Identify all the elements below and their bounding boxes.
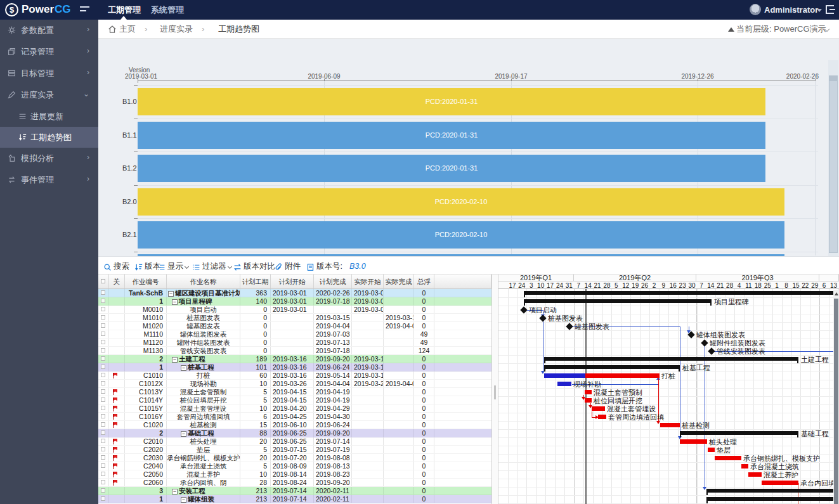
task-bar[interactable] — [715, 456, 741, 460]
table-row[interactable]: M0010项目启动02019-03-012019-03-00 — [98, 306, 491, 314]
logout-icon[interactable] — [826, 5, 834, 14]
collapse-icon[interactable]: − — [181, 365, 186, 371]
table-row[interactable]: M1130管线安装图发表02019-07-18124 — [98, 347, 491, 355]
row-checkbox[interactable] — [101, 447, 105, 451]
chart-scrollbar-handle[interactable] — [829, 75, 838, 81]
table-row[interactable]: M1120罐附件组装图发表02019-07-1349 — [98, 339, 491, 347]
row-checkbox[interactable] — [101, 290, 105, 295]
row-checkbox[interactable] — [101, 389, 105, 394]
task-bar[interactable] — [585, 390, 592, 394]
column-header-实际开始[interactable]: 实际开始 — [352, 275, 384, 288]
row-checkbox[interactable] — [101, 488, 105, 493]
table-row[interactable]: M1020罐基图发表02019-04-042019-04-00 — [98, 322, 491, 330]
summary-bar[interactable] — [544, 365, 680, 369]
table-row[interactable]: C2060承台内回填、阴282019-08-242019-09-200 — [98, 479, 491, 487]
table-row[interactable]: Tank-SchB−罐区建设项目基准计划-3632019-03-012020-0… — [98, 289, 491, 297]
row-checkbox[interactable] — [101, 365, 105, 369]
milestone-diamond[interactable] — [701, 339, 708, 346]
column-header-计划完成[interactable]: 计划完成 — [314, 275, 352, 288]
column-header-实际完成[interactable]: 实际完成 — [384, 275, 414, 288]
sidebar-item-参数配置[interactable]: 参数配置› — [0, 20, 98, 41]
collapse-icon[interactable]: − — [168, 291, 174, 297]
collapse-icon[interactable]: − — [181, 431, 186, 437]
summary-bar[interactable] — [706, 489, 839, 493]
task-bar[interactable] — [741, 464, 748, 468]
breadcrumb-item[interactable]: 工期趋势图 — [218, 20, 259, 39]
task-bar[interactable] — [680, 439, 707, 444]
table-row[interactable]: C2050混凝土养护102019-08-142019-08-230 — [98, 470, 491, 479]
column-header-作业编号[interactable]: 作业编号 — [125, 275, 167, 288]
sidebar-item-进度实录[interactable]: 进度实录⌄ — [0, 84, 98, 105]
gantt-scrollbar-up-icon[interactable] — [835, 292, 838, 295]
task-bar[interactable] — [598, 415, 606, 419]
row-checkbox[interactable] — [101, 496, 105, 501]
sidebar-item-模拟分析[interactable]: 模拟分析› — [0, 148, 98, 169]
sidebar-item-工期趋势图[interactable]: 工期趋势图 — [0, 127, 98, 148]
summary-bar[interactable] — [524, 299, 712, 303]
sidebar-toggle-icon[interactable] — [80, 6, 89, 13]
table-row[interactable]: M1110罐体组装图发表02019-07-0349 — [98, 330, 491, 339]
row-checkbox[interactable] — [101, 381, 105, 385]
row-checkbox[interactable] — [101, 422, 105, 427]
table-row[interactable]: C2010桩头处理202019-06-252019-07-140 — [98, 437, 491, 446]
row-checkbox[interactable] — [101, 430, 105, 435]
breadcrumb-item[interactable]: 主页 — [119, 20, 136, 39]
task-bar[interactable] — [585, 373, 660, 378]
summary-bar[interactable] — [544, 357, 798, 361]
table-row[interactable]: C1012X现场补勘102019-03-262019-04-042019-03-… — [98, 380, 491, 388]
row-checkbox[interactable] — [101, 373, 105, 377]
task-bar[interactable] — [557, 382, 571, 386]
select-all-checkbox[interactable] — [101, 279, 105, 283]
row-checkbox[interactable] — [101, 406, 105, 410]
column-header-关[interactable]: 关 — [109, 275, 125, 288]
sidebar-item-记录管理[interactable]: 记录管理› — [0, 41, 98, 62]
row-checkbox[interactable] — [101, 397, 105, 402]
sidebar-item-事件管理[interactable]: 事件管理› — [0, 169, 98, 190]
version-bar[interactable]: PCD:2020-02-10 — [138, 221, 784, 249]
sidebar-item-进展更新[interactable]: 进展更新 — [0, 106, 98, 127]
row-checkbox[interactable] — [101, 455, 105, 460]
summary-bar[interactable] — [680, 431, 798, 435]
column-header-总浮[interactable]: 总浮 — [414, 275, 434, 288]
breadcrumb-item[interactable]: 进度实录 — [160, 20, 193, 39]
sidebar-item-目标管理[interactable]: 目标管理› — [0, 63, 98, 84]
row-checkbox[interactable] — [101, 480, 105, 484]
column-header-extra[interactable] — [434, 275, 491, 288]
table-row[interactable]: C2030承台钢筋绑扎、模板支护202019-07-202019-08-080 — [98, 454, 491, 462]
user-name[interactable]: Administrator — [764, 0, 818, 20]
task-bar[interactable] — [592, 406, 605, 411]
task-bar[interactable] — [544, 373, 585, 378]
version-bar[interactable]: PCD:2020-01-31 — [138, 122, 765, 149]
summary-bar[interactable] — [706, 497, 839, 501]
row-checkbox[interactable] — [101, 307, 105, 311]
table-gantt-splitter[interactable] — [491, 275, 498, 504]
nav-menu-system[interactable]: 系统管理 — [151, 0, 184, 20]
row-checkbox[interactable] — [101, 340, 105, 344]
table-row[interactable]: 2−基础工程882019-06-252019-09-200 — [98, 429, 491, 437]
row-checkbox[interactable] — [101, 348, 105, 352]
task-bar[interactable] — [660, 423, 680, 427]
row-checkbox[interactable] — [101, 414, 105, 418]
collapse-icon[interactable]: − — [172, 357, 178, 363]
table-row[interactable]: C1015Y混凝土套管埋设102019-04-202019-04-290 — [98, 404, 491, 413]
task-bar[interactable] — [708, 448, 715, 452]
task-bar[interactable] — [748, 472, 762, 477]
level-selector[interactable]: 当前层级: PowerCG演示 — [728, 20, 839, 39]
collapse-icon[interactable]: − — [172, 299, 178, 305]
version-bar[interactable]: PCD:2020-01-31 — [138, 88, 765, 115]
version-bar[interactable]: PCD:2020-02-10 — [138, 188, 784, 216]
version-bar[interactable]: PCD:2020-01-31 — [138, 155, 765, 182]
version-bar[interactable] — [138, 254, 784, 256]
table-row[interactable]: C1020桩基检测152019-06-102019-06-240 — [98, 421, 491, 429]
table-row[interactable]: 2−土建工程1892019-03-162019-09-202019-03-10 — [98, 355, 491, 363]
chart-scrollbar-thumb[interactable] — [829, 75, 838, 253]
row-checkbox[interactable] — [101, 472, 105, 476]
row-checkbox[interactable] — [101, 315, 105, 320]
table-row[interactable]: C1010打桩602019-03-162019-05-142019-03-10 — [98, 372, 491, 380]
row-checkbox[interactable] — [101, 439, 105, 443]
row-checkbox[interactable] — [101, 463, 105, 468]
row-checkbox[interactable] — [101, 356, 105, 361]
avatar[interactable] — [750, 4, 761, 15]
row-checkbox[interactable] — [101, 299, 105, 303]
table-row[interactable]: C1016Y套管周边填渣回填62019-04-252019-04-300 — [98, 413, 491, 421]
